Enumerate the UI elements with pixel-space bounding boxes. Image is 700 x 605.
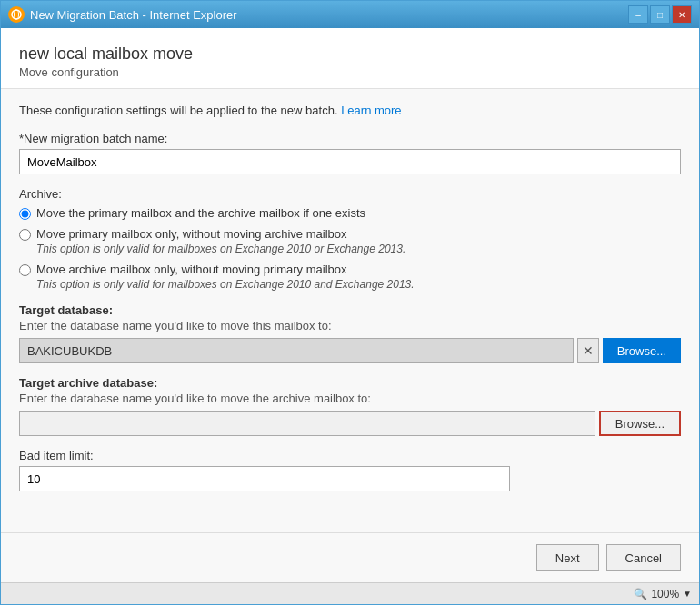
archive-section: Archive: Move the primary mailbox and th…	[19, 187, 681, 291]
content-area: new local mailbox move Move configuratio…	[1, 28, 699, 604]
batch-name-group: *New migration batch name:	[19, 132, 681, 174]
page-header: new local mailbox move Move configuratio…	[1, 28, 699, 89]
status-bar: 🔍 100% ▼	[1, 582, 699, 604]
target-db-desc: Enter the database name you'd like to mo…	[19, 319, 681, 332]
target-archive-input[interactable]	[19, 411, 595, 436]
window-title: New Migration Batch - Internet Explorer	[30, 8, 237, 22]
minimize-button[interactable]: –	[628, 5, 648, 24]
bad-item-label: Bad item limit:	[19, 449, 681, 462]
title-bar-left: New Migration Batch - Internet Explorer	[8, 6, 237, 23]
page-body: These configuration settings will be app…	[1, 89, 699, 532]
svg-point-0	[12, 10, 21, 19]
bad-item-group: Bad item limit:	[19, 449, 681, 491]
page-body-wrapper: These configuration settings will be app…	[1, 89, 699, 532]
zoom-icon: 🔍	[634, 588, 647, 600]
window-controls: – □ ✕	[628, 5, 692, 24]
svg-point-1	[15, 10, 19, 19]
batch-name-label: *New migration batch name:	[19, 132, 681, 145]
browse-archive-button[interactable]: Browse...	[599, 411, 681, 436]
page-main-title: new local mailbox move	[19, 45, 681, 64]
radio-3-label: Move archive mailbox only, without movin…	[36, 263, 415, 276]
radio-primary-only[interactable]	[19, 229, 31, 241]
footer-bar: Next Cancel	[1, 532, 699, 582]
radio-1-label: Move the primary mailbox and the archive…	[36, 206, 365, 220]
cancel-button[interactable]: Cancel	[606, 544, 681, 571]
browse-db-button[interactable]: Browse...	[603, 338, 681, 363]
close-button[interactable]: ✕	[672, 5, 692, 24]
target-archive-header: Target archive database:	[19, 376, 681, 390]
title-bar: New Migration Batch - Internet Explorer …	[1, 1, 699, 28]
main-window: New Migration Batch - Internet Explorer …	[0, 0, 700, 605]
ie-icon	[8, 6, 25, 23]
archive-label: Archive:	[19, 187, 681, 201]
bad-item-input[interactable]	[19, 466, 510, 491]
maximize-button[interactable]: □	[650, 5, 670, 24]
target-archive-row: Browse...	[19, 411, 681, 436]
zoom-level: 100%	[651, 588, 679, 600]
target-archive-group: Target archive database: Enter the datab…	[19, 376, 681, 436]
target-db-input[interactable]	[19, 338, 574, 363]
learn-more-link[interactable]: Learn more	[341, 104, 401, 117]
target-db-row: ✕ Browse...	[19, 338, 681, 363]
clear-db-button[interactable]: ✕	[577, 338, 599, 363]
radio-archive-both[interactable]	[19, 208, 31, 220]
radio-2-note: This option is only valid for mailboxes …	[36, 243, 405, 255]
radio-option-1: Move the primary mailbox and the archive…	[19, 206, 681, 220]
description-text: These configuration settings will be app…	[19, 104, 681, 117]
next-button[interactable]: Next	[536, 544, 599, 571]
radio-archive-only[interactable]	[19, 264, 31, 276]
batch-name-input[interactable]	[19, 149, 681, 174]
radio-3-note: This option is only valid for mailboxes …	[36, 278, 415, 291]
zoom-dropdown-arrow[interactable]: ▼	[683, 589, 692, 599]
radio-option-3: Move archive mailbox only, without movin…	[19, 263, 681, 291]
target-db-group: Target database: Enter the database name…	[19, 303, 681, 363]
radio-option-2: Move primary mailbox only, without movin…	[19, 227, 681, 255]
radio-2-label: Move primary mailbox only, without movin…	[36, 227, 405, 241]
page-sub-title: Move configuration	[19, 65, 681, 79]
target-archive-desc: Enter the database name you'd like to mo…	[19, 392, 681, 405]
target-db-header: Target database:	[19, 303, 681, 317]
